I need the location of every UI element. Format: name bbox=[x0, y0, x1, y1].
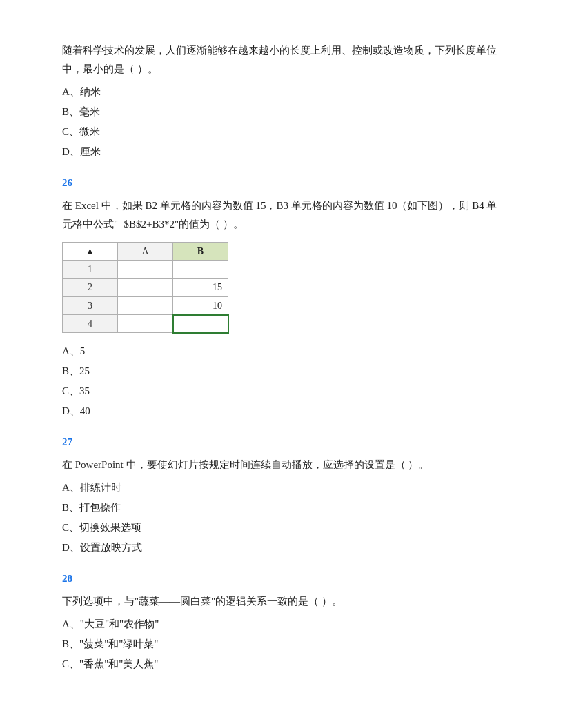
excel-row-2: 2 15 bbox=[63, 279, 228, 296]
question-27: 在 PowerPoint 中，要使幻灯片按规定时间连续自动播放，应选择的设置是（… bbox=[62, 456, 501, 557]
excel-rownum-1: 1 bbox=[63, 261, 118, 279]
excel-col-A: A bbox=[118, 243, 173, 261]
question-26: 在 Excel 中，如果 B2 单元格的内容为数值 15，B3 单元格的内容为数… bbox=[62, 196, 501, 421]
option-27-a: A、排练计时 bbox=[62, 478, 501, 497]
excel-table: ▲ A B 1 2 15 3 10 bbox=[62, 242, 229, 334]
excel-cell-A1 bbox=[118, 261, 173, 279]
excel-cell-A2 bbox=[118, 279, 173, 296]
option-26-c: C、35 bbox=[62, 382, 501, 401]
option-25-a: A、纳米 bbox=[62, 83, 501, 101]
excel-row-3: 3 10 bbox=[63, 296, 228, 315]
question-number-28: 28 bbox=[62, 569, 501, 588]
question-number-26: 26 bbox=[62, 174, 501, 192]
question-number-27: 27 bbox=[62, 433, 501, 452]
excel-row-4: 4 bbox=[63, 315, 228, 333]
option-28-a: A、"大豆"和"农作物" bbox=[62, 615, 501, 634]
excel-cell-B3: 10 bbox=[173, 296, 228, 315]
excel-col-B: B bbox=[173, 243, 228, 261]
excel-row-1: 1 bbox=[63, 261, 228, 279]
question-25-text: 随着科学技术的发展，人们逐渐能够在越来越小的长度上利用、控制或改造物质，下列长度… bbox=[62, 41, 501, 79]
excel-rownum-4: 4 bbox=[63, 315, 118, 333]
question-28: 下列选项中，与"蔬菜——圆白菜"的逻辑关系一致的是（ ）。 A、"大豆"和"农作… bbox=[62, 592, 501, 674]
question-27-text: 在 PowerPoint 中，要使幻灯片按规定时间连续自动播放，应选择的设置是（… bbox=[62, 456, 501, 474]
excel-rownum-3: 3 bbox=[63, 296, 118, 315]
option-26-a: A、5 bbox=[62, 342, 501, 361]
question-28-text: 下列选项中，与"蔬菜——圆白菜"的逻辑关系一致的是（ ）。 bbox=[62, 592, 501, 611]
option-27-d: D、设置放映方式 bbox=[62, 538, 501, 557]
option-27-c: C、切换效果选项 bbox=[62, 518, 501, 537]
option-25-c: C、微米 bbox=[62, 123, 501, 141]
option-28-c: C、"香蕉"和"美人蕉" bbox=[62, 655, 501, 674]
option-27-b: B、打包操作 bbox=[62, 498, 501, 517]
option-28-b: B、"菠菜"和"绿叶菜" bbox=[62, 635, 501, 654]
option-26-d: D、40 bbox=[62, 402, 501, 421]
excel-cell-A4 bbox=[118, 315, 173, 333]
option-25-b: B、毫米 bbox=[62, 103, 501, 121]
excel-cell-B4[interactable] bbox=[173, 315, 228, 333]
excel-cell-A3 bbox=[118, 296, 173, 315]
excel-cell-B2: 15 bbox=[173, 279, 228, 296]
option-26-b: B、25 bbox=[62, 362, 501, 381]
question-25: 随着科学技术的发展，人们逐渐能够在越来越小的长度上利用、控制或改造物质，下列长度… bbox=[62, 41, 501, 161]
excel-table-wrapper: ▲ A B 1 2 15 3 10 bbox=[62, 242, 501, 334]
excel-corner: ▲ bbox=[63, 243, 118, 261]
excel-cell-B1 bbox=[173, 261, 228, 279]
option-25-d: D、厘米 bbox=[62, 143, 501, 161]
question-26-text: 在 Excel 中，如果 B2 单元格的内容为数值 15，B3 单元格的内容为数… bbox=[62, 196, 501, 234]
excel-rownum-2: 2 bbox=[63, 279, 118, 296]
